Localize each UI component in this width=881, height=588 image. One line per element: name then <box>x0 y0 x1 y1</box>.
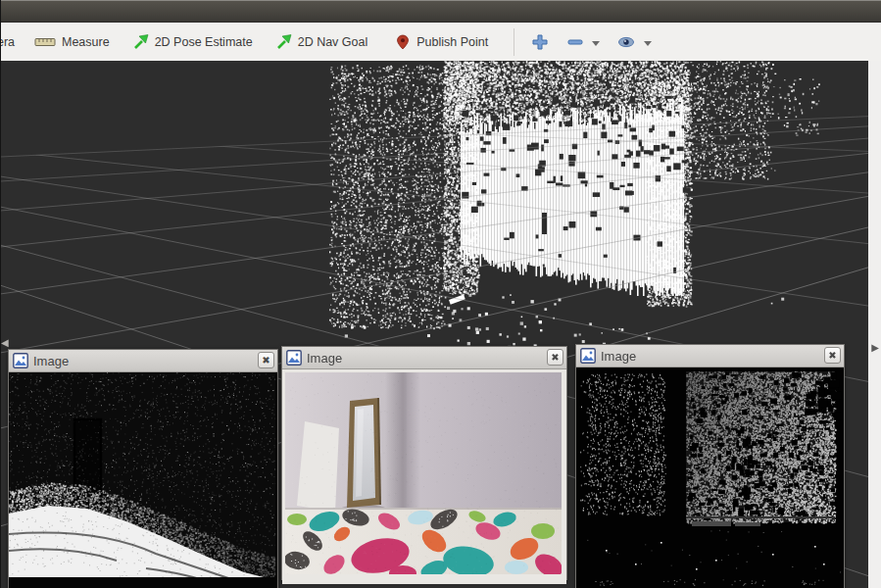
publish-point-button[interactable]: Publish Point <box>391 32 492 52</box>
green-arrow-icon <box>133 34 149 49</box>
rgb-image-content <box>282 369 566 584</box>
image-icon <box>13 353 28 368</box>
close-icon[interactable]: ✖ <box>547 349 563 366</box>
image-icon <box>580 348 596 364</box>
panel-titlebar[interactable]: Image ✖ <box>282 347 566 369</box>
measure-label: Measure <box>62 35 110 49</box>
dropdown-caret-icon[interactable] <box>644 41 652 46</box>
close-icon[interactable]: ✖ <box>824 347 841 364</box>
binary-image-content <box>576 368 844 588</box>
panel-title: Image <box>307 351 342 366</box>
panel-titlebar[interactable]: Image ✖ <box>576 345 844 368</box>
scroll-left-arrow-icon[interactable]: ◀ <box>1 338 9 348</box>
dropdown-caret-icon[interactable] <box>592 41 600 46</box>
window-left-border <box>0 0 1 588</box>
publish-point-label: Publish Point <box>416 35 488 49</box>
nav-goal-label: 2D Nav Goal <box>298 35 368 49</box>
visibility-button[interactable] <box>613 32 656 52</box>
zoom-in-button[interactable] <box>528 32 552 52</box>
map-pin-icon <box>395 34 411 50</box>
rgb-image-canvas <box>285 372 562 574</box>
pose-estimate-button[interactable]: 2D Pose Estimate <box>129 32 257 51</box>
nav-goal-button[interactable]: 2D Nav Goal <box>272 32 372 51</box>
rviz-window: era Measure 2D Pose Estimate 2D Nav Goal <box>0 0 881 588</box>
measure-button[interactable]: Measure <box>30 33 114 51</box>
right-dock-strip <box>868 61 881 588</box>
zoom-out-button[interactable] <box>563 32 604 52</box>
depth-image-content <box>9 372 277 588</box>
image-icon <box>286 350 302 366</box>
eye-icon <box>617 34 635 50</box>
panel-title: Image <box>33 354 69 368</box>
image-panel-rgb: Image ✖ <box>281 346 567 580</box>
image-panel-binary: Image ✖ <box>575 344 845 588</box>
scroll-right-arrow-icon[interactable]: ▶ <box>871 343 879 353</box>
binary-image-canvas <box>576 368 842 588</box>
ruler-icon <box>34 36 56 48</box>
image-panel-depth: Image ✖ <box>8 349 278 588</box>
panel-title: Image <box>601 349 636 364</box>
toolbar-separator <box>514 28 514 56</box>
minus-icon <box>567 34 583 50</box>
toolbar-button-move-camera-partial[interactable]: era <box>0 35 17 49</box>
close-icon[interactable]: ✖ <box>258 352 274 368</box>
green-arrow-icon <box>276 34 292 49</box>
panel-titlebar[interactable]: Image ✖ <box>9 350 277 372</box>
plus-icon <box>532 34 548 50</box>
window-titlebar[interactable] <box>0 0 881 23</box>
depth-image-canvas <box>9 372 275 588</box>
pose-estimate-label: 2D Pose Estimate <box>155 35 253 49</box>
toolbar: era Measure 2D Pose Estimate 2D Nav Goal <box>0 23 881 61</box>
